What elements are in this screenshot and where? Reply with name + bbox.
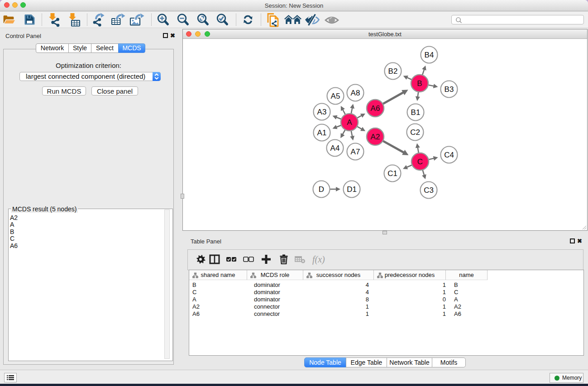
svg-text:A7: A7 bbox=[351, 148, 360, 156]
svg-text:A8: A8 bbox=[351, 89, 360, 97]
svg-text:D: D bbox=[319, 185, 324, 194]
svg-text:B3: B3 bbox=[445, 85, 454, 94]
svg-text:B: B bbox=[417, 79, 422, 88]
svg-text:A6: A6 bbox=[371, 104, 380, 113]
svg-text:A4: A4 bbox=[330, 144, 340, 152]
svg-text:C4: C4 bbox=[444, 151, 454, 159]
svg-text:D1: D1 bbox=[347, 185, 357, 194]
svg-text:A5: A5 bbox=[331, 92, 340, 100]
svg-text:A1: A1 bbox=[317, 129, 327, 137]
svg-text:A3: A3 bbox=[317, 108, 327, 116]
svg-text:B2: B2 bbox=[388, 67, 398, 76]
svg-text:C3: C3 bbox=[424, 186, 434, 195]
svg-text:B1: B1 bbox=[411, 108, 421, 117]
svg-text:C2: C2 bbox=[410, 128, 420, 137]
svg-text:C1: C1 bbox=[387, 169, 397, 178]
svg-text:C: C bbox=[417, 157, 423, 166]
svg-text:A2: A2 bbox=[371, 133, 380, 141]
svg-text:B4: B4 bbox=[425, 51, 434, 59]
svg-text:A: A bbox=[347, 118, 352, 127]
svg-text:f(x): f(x) bbox=[312, 254, 325, 265]
